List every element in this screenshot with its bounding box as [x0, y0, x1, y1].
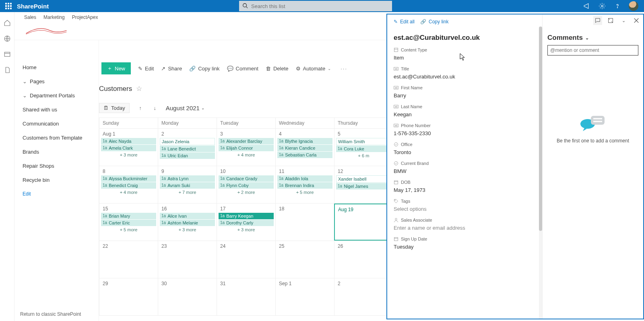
calendar-event[interactable]: 1aAmela Clark: [101, 145, 156, 151]
form-field[interactable]: Current BrandBMW: [394, 161, 533, 174]
megaphone-icon[interactable]: [583, 2, 591, 10]
calendar-event[interactable]: 1aAvram Suki: [160, 182, 215, 189]
calendar-cell[interactable]: 81aAlyssa Buckminster1aBenedict Craig+ 4…: [99, 166, 158, 203]
nav-shared[interactable]: Shared with us: [14, 103, 99, 117]
globe-icon[interactable]: [4, 35, 11, 43]
help-icon[interactable]: [613, 2, 621, 10]
field-value[interactable]: Select options: [394, 206, 533, 212]
edit-all-button[interactable]: ✎Edit all: [394, 19, 415, 25]
automate-button[interactable]: ⚙Automate⌄: [296, 66, 331, 72]
nav-department-portals[interactable]: ⌄Department Portals: [14, 88, 99, 103]
comments-tab-icon[interactable]: [593, 16, 602, 25]
form-field[interactable]: Sign Up DateTuesday: [394, 237, 533, 250]
form-field[interactable]: Sales AssociateEnter a name or email add…: [394, 218, 533, 231]
calendar-event[interactable]: 1aFlynn Coby: [219, 182, 274, 189]
calendar-event[interactable]: Jason Zelenia: [160, 138, 215, 145]
favorite-star-icon[interactable]: ☆: [136, 84, 142, 93]
nav-recycle-bin[interactable]: Recycle bin: [14, 173, 99, 187]
calendar-event[interactable]: 1aCora Luke: [336, 146, 391, 152]
nav-home[interactable]: Home: [14, 60, 99, 74]
calendar-cell[interactable]: 18: [275, 204, 334, 241]
form-field[interactable]: OfficeToronto: [394, 142, 533, 155]
more-events-link[interactable]: + 6 m: [336, 152, 391, 159]
calendar-cell[interactable]: 2: [334, 278, 393, 315]
calendar-event[interactable]: 1aBarry Keegan: [219, 213, 274, 219]
settings-icon[interactable]: [598, 2, 606, 10]
calendar-event[interactable]: 1aAlexander Barclay: [219, 138, 274, 144]
calendar-event[interactable]: Xander Isabell: [336, 175, 391, 183]
form-field[interactable]: abLast NameKeegan: [394, 104, 533, 117]
field-value[interactable]: Enter a name or email address: [394, 225, 533, 231]
tab-projectapex[interactable]: ProjectApex: [72, 14, 98, 20]
calendar-event[interactable]: 1aBlythe Ignacia: [277, 138, 332, 144]
form-field[interactable]: abFirst NameBarry: [394, 85, 533, 99]
share-button[interactable]: ↗Share: [161, 66, 182, 72]
comments-heading[interactable]: Comments⌄: [547, 34, 638, 42]
calendar-cell[interactable]: 23: [158, 241, 217, 278]
app-launcher-button[interactable]: [2, 0, 14, 12]
new-button[interactable]: ＋New: [101, 62, 131, 74]
calendar-event[interactable]: 1aLane Benedict: [160, 146, 215, 152]
field-value[interactable]: May 17, 1973: [394, 187, 533, 193]
calendar-cell[interactable]: 25: [275, 241, 334, 278]
calendar-cell[interactable]: 171aBarry Keegan1aDorothy Carly+ 3 more: [217, 204, 275, 241]
more-events-link[interactable]: + 5 more: [277, 189, 332, 195]
calendar-cell[interactable]: 2Jason Zelenia1aLane Benedict1aUlric Eda…: [158, 129, 217, 166]
calendar-cell[interactable]: 91aAstra Lynn1aAvram Suki+ 7 more: [158, 166, 217, 203]
more-events-link[interactable]: + 4 more: [219, 152, 274, 158]
more-button[interactable]: ···: [338, 66, 350, 72]
search-input[interactable]: [239, 1, 392, 11]
field-value[interactable]: Keegan: [394, 111, 533, 117]
comment-button[interactable]: 💬Comment: [227, 66, 258, 72]
field-value[interactable]: 1-576-335-2330: [394, 130, 533, 136]
calendar-event[interactable]: William Smith: [336, 138, 391, 145]
calendar-event[interactable]: 1aAladdin Iola: [277, 175, 332, 182]
form-field[interactable]: abPhone Number1-576-335-2330: [394, 123, 533, 136]
field-value[interactable]: Toronto: [394, 149, 533, 155]
calendar-event[interactable]: 1aBrian Mary: [101, 213, 156, 219]
calendar-cell[interactable]: 22: [99, 241, 158, 278]
nav-communication[interactable]: Communication: [14, 117, 99, 131]
calendar-cell[interactable]: 5William Smith1aCora Luke+ 6 m: [334, 129, 393, 166]
calendar-event[interactable]: 1aAshton Melanie: [160, 220, 215, 226]
calendar-cell[interactable]: 151aBrian Mary1aCarter Eric+ 5 more: [99, 204, 158, 241]
field-value[interactable]: Tuesday: [394, 244, 533, 250]
news-icon[interactable]: [4, 51, 11, 59]
nav-repair-shops[interactable]: Repair Shops: [14, 159, 99, 173]
more-events-link[interactable]: + 4 more: [101, 189, 156, 195]
expand-icon[interactable]: [606, 16, 615, 25]
sharepoint-brand[interactable]: SharePoint: [17, 3, 49, 10]
files-icon[interactable]: [4, 66, 11, 75]
field-value[interactable]: est.ac@Curabiturvel.co.uk: [394, 74, 533, 80]
more-events-link[interactable]: + 5 more: [101, 226, 156, 233]
more-events-link[interactable]: + 2 more: [219, 189, 274, 195]
calendar-cell[interactable]: Aug 11aAlec Nayda1aAmela Clark+ 3 more: [99, 129, 158, 166]
calendar-cell[interactable]: 24: [217, 241, 275, 278]
today-button[interactable]: 🗓Today: [99, 103, 130, 113]
calendar-event[interactable]: 1aSebastian Carla: [277, 152, 332, 158]
calendar-cell[interactable]: 30: [158, 278, 217, 315]
calendar-event[interactable]: 1aAlyssa Buckminster: [101, 175, 156, 182]
calendar-event[interactable]: 1aElijah Connor: [219, 145, 274, 151]
tab-sales[interactable]: Sales: [24, 14, 36, 20]
more-events-link[interactable]: + 3 more: [160, 226, 215, 233]
calendar-event[interactable]: 1aBenedict Craig: [101, 182, 156, 189]
calendar-event[interactable]: 1aAstra Lynn: [160, 175, 215, 182]
calendar-cell[interactable]: 29: [99, 278, 158, 315]
calendar-event[interactable]: 1aNigel James: [336, 183, 391, 189]
calendar-event[interactable]: 1aKieran Candice: [277, 145, 332, 151]
calendar-cell[interactable]: 41aBlythe Ignacia1aKieran Candice1aSebas…: [275, 129, 334, 166]
calendar-event[interactable]: 1aBrennan Indira: [277, 182, 332, 189]
calendar-cell[interactable]: 12Xander Isabell1aNigel James: [334, 166, 393, 203]
copy-link-button[interactable]: 🔗Copy link: [189, 66, 219, 72]
panel-copy-link-button[interactable]: 🔗Copy link: [420, 19, 448, 25]
calendar-event[interactable]: 1aUlric Edan: [160, 152, 215, 159]
user-avatar[interactable]: [629, 1, 638, 11]
calendar-event[interactable]: 1aDorothy Carly: [219, 220, 274, 226]
form-field[interactable]: Content TypeItem: [394, 47, 533, 61]
calendar-cell[interactable]: 101aCandace Grady1aFlynn Coby+ 2 more: [217, 166, 275, 203]
calendar-event[interactable]: 1aAlice Ivan: [160, 213, 215, 219]
calendar-cell[interactable]: Aug 19: [334, 204, 393, 241]
prev-arrow-icon[interactable]: ↑: [137, 105, 144, 111]
more-events-link[interactable]: + 3 more: [101, 152, 156, 158]
